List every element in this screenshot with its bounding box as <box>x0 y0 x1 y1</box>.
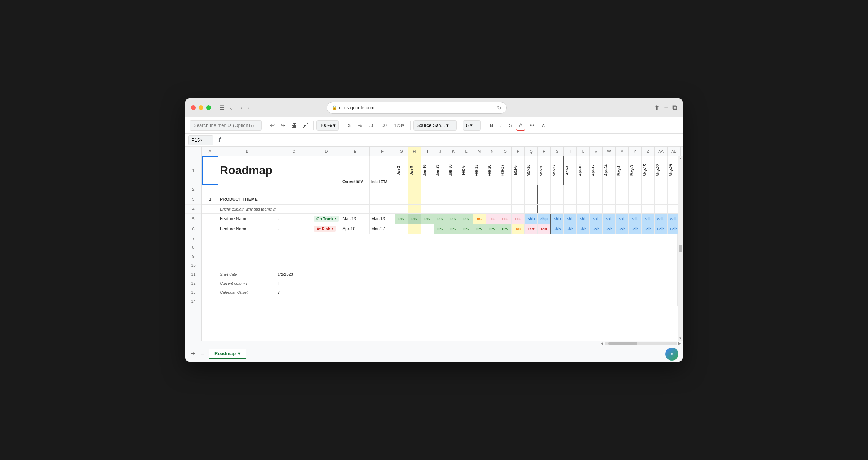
cell-b7[interactable] <box>218 234 276 243</box>
cell-x4[interactable] <box>616 205 629 213</box>
cell-s3[interactable] <box>551 194 564 204</box>
phase-j5[interactable]: Dev <box>434 214 447 224</box>
phase-ab6[interactable]: Ship <box>668 224 678 234</box>
col-header-y[interactable]: Y <box>629 147 642 156</box>
cell-b9[interactable] <box>218 252 276 261</box>
add-sheet-button[interactable]: + <box>190 348 197 359</box>
address-bar[interactable]: 🔒 docs.google.com ↻ <box>327 102 507 114</box>
date-header-may8[interactable]: May-8 <box>629 156 642 185</box>
tabs-icon[interactable]: ⧉ <box>672 104 677 112</box>
cell-j2[interactable] <box>434 185 447 194</box>
cell-b12[interactable]: Current column <box>218 279 276 288</box>
cell-l4[interactable] <box>460 205 473 213</box>
cell-w2[interactable] <box>603 185 616 194</box>
phase-i6[interactable]: - <box>421 224 434 234</box>
cell-o2[interactable] <box>499 185 512 194</box>
number-format-button[interactable]: 123▾ <box>391 120 407 131</box>
cell-z4[interactable] <box>642 205 655 213</box>
cell-c11[interactable]: 1/2/2023 <box>276 270 312 279</box>
cell-b11[interactable]: Start date <box>218 270 276 279</box>
phase-s6[interactable]: Ship <box>551 224 564 234</box>
cell-c3[interactable] <box>276 194 312 204</box>
col-header-x[interactable]: X <box>616 147 629 156</box>
phase-g5[interactable]: Dev <box>395 214 408 224</box>
phase-r5[interactable]: Ship <box>538 214 551 224</box>
cell-b10[interactable] <box>218 261 276 270</box>
vertical-scrollbar[interactable]: ▲ ▼ <box>678 156 683 341</box>
cell-h4[interactable] <box>408 205 421 213</box>
horizontal-scroll-track[interactable] <box>605 342 677 345</box>
scroll-up-arrow[interactable]: ▲ <box>679 157 682 160</box>
phase-s5[interactable]: Ship <box>551 214 564 224</box>
date-header-mar13[interactable]: Mar-13 <box>525 156 538 185</box>
cell-q3[interactable] <box>525 194 538 204</box>
cell-h3[interactable] <box>408 194 421 204</box>
date-header-may29[interactable]: May-29 <box>668 156 678 185</box>
cell-aa2[interactable] <box>655 185 668 194</box>
cell-ab4[interactable] <box>668 205 678 213</box>
phase-l6[interactable]: Dev <box>460 224 473 234</box>
date-header-feb27[interactable]: Feb-27 <box>499 156 512 185</box>
cell-u3[interactable] <box>577 194 590 204</box>
date-header-may1[interactable]: May-1 <box>616 156 629 185</box>
cell-ab3[interactable] <box>668 194 678 204</box>
col-header-t[interactable]: T <box>564 147 577 156</box>
zoom-selector[interactable]: 100% ▾ <box>316 120 339 131</box>
cell-f2[interactable] <box>370 185 395 194</box>
date-header-feb13[interactable]: Feb-13 <box>473 156 486 185</box>
cell-i2[interactable] <box>421 185 434 194</box>
cell-y3[interactable] <box>629 194 642 204</box>
cell-y4[interactable] <box>629 205 642 213</box>
cell-f3[interactable] <box>370 194 395 204</box>
cell-a11[interactable] <box>202 270 218 279</box>
cell-x3[interactable] <box>616 194 629 204</box>
phase-z6[interactable]: Ship <box>642 224 655 234</box>
cell-f1[interactable]: Inital ETA <box>370 156 395 185</box>
cell-b2[interactable] <box>218 185 276 194</box>
cell-m3[interactable] <box>473 194 486 204</box>
col-header-u[interactable]: U <box>577 147 590 156</box>
minimize-button[interactable] <box>199 105 203 110</box>
cell-aa4[interactable] <box>655 205 668 213</box>
feature1-status-dropdown[interactable]: ▾ <box>335 217 336 220</box>
cell-a9[interactable] <box>202 252 218 261</box>
cell-a10[interactable] <box>202 261 218 270</box>
print-button[interactable]: 🖨 <box>289 121 299 130</box>
cell-a4[interactable] <box>202 205 218 213</box>
phase-h5[interactable]: Dev <box>408 214 421 224</box>
cell-f5[interactable]: Mar-13 <box>370 214 395 224</box>
text-color-button[interactable]: A <box>516 120 525 131</box>
cell-e2[interactable] <box>341 185 370 194</box>
phase-p6[interactable]: RC <box>512 224 525 234</box>
col-header-m[interactable]: M <box>473 147 486 156</box>
cell-c2[interactable] <box>276 185 312 194</box>
cell-z3[interactable] <box>642 194 655 204</box>
cell-d1[interactable] <box>312 156 341 185</box>
col-header-g[interactable]: G <box>395 147 408 156</box>
cell-u2[interactable] <box>577 185 590 194</box>
cell-d2[interactable] <box>312 185 341 194</box>
date-header-jan2[interactable]: Jan-2 <box>395 156 408 185</box>
font-selector[interactable]: Source San... ▾ <box>413 120 457 131</box>
back-button[interactable]: ‹ <box>239 103 244 112</box>
phase-l5[interactable]: Dev <box>460 214 473 224</box>
cell-j4[interactable] <box>434 205 447 213</box>
cell-b6[interactable]: Feature Name <box>218 224 276 234</box>
col-header-aa[interactable]: AA <box>655 147 668 156</box>
sidebar-toggle[interactable]: ☰ <box>218 103 226 112</box>
cell-r4[interactable] <box>538 205 551 213</box>
cell-o3[interactable] <box>499 194 512 204</box>
cell-b4[interactable]: Briefly explain why this theme matters t… <box>218 205 276 213</box>
phase-q6[interactable]: Test <box>525 224 538 234</box>
phase-m6[interactable]: Dev <box>473 224 486 234</box>
phase-h6[interactable]: - <box>408 224 421 234</box>
cell-b13[interactable]: Calendar Offset <box>218 288 276 297</box>
phase-o6[interactable]: Dev <box>499 224 512 234</box>
cell-z2[interactable] <box>642 185 655 194</box>
cell-g2[interactable] <box>395 185 408 194</box>
phase-i5[interactable]: Dev <box>421 214 434 224</box>
cell-c6[interactable]: - <box>276 224 312 234</box>
cell-rest-13[interactable] <box>312 288 678 297</box>
cell-a1[interactable] <box>202 156 218 185</box>
phase-q5[interactable]: Ship <box>525 214 538 224</box>
